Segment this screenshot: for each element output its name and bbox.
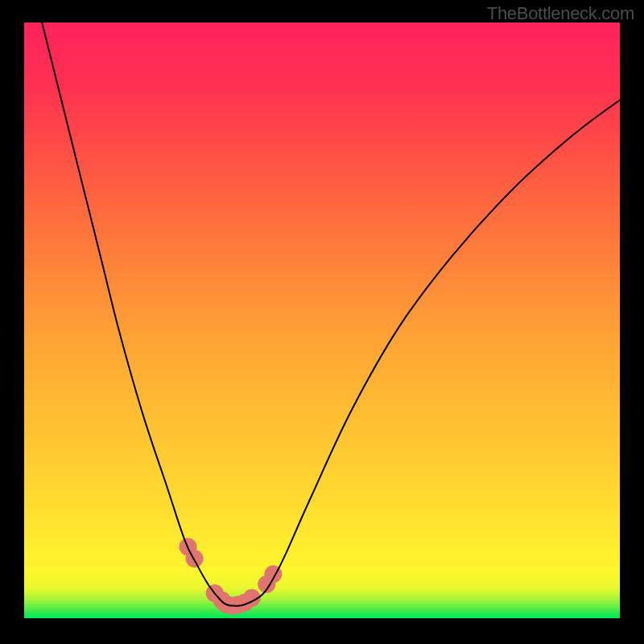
curve-layer (24, 23, 620, 618)
attribution-text: TheBottleneck.com (487, 3, 634, 24)
highlight-dot (186, 550, 204, 568)
bottleneck-curve (42, 23, 620, 606)
highlight-dots (180, 538, 283, 614)
chart-frame: TheBottleneck.com (0, 0, 644, 644)
plot-area (24, 23, 620, 618)
